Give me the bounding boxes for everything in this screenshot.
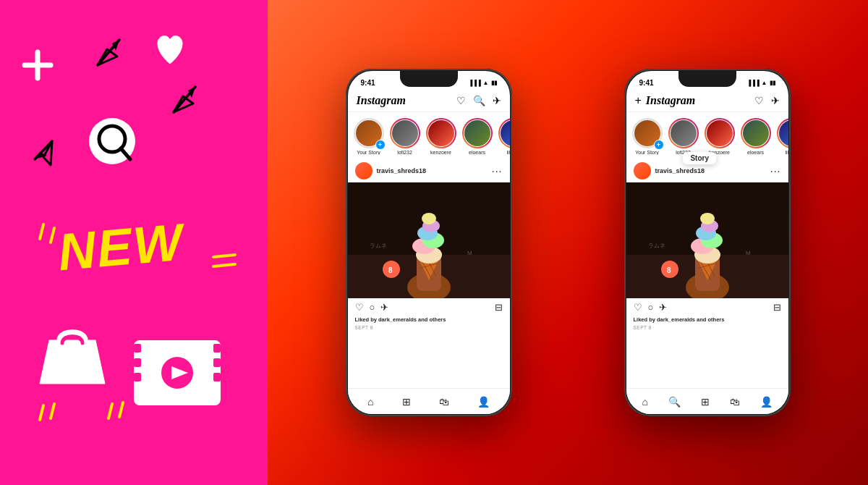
profile-nav-1[interactable]: 👤: [477, 396, 490, 408]
status-time-1: 9:41: [361, 79, 375, 87]
post-liked-user-2: dark_emeralds: [657, 316, 695, 323]
post-more-2[interactable]: ···: [770, 165, 781, 177]
status-icons-2: ▐▐▐ ▲ ▮▮: [747, 80, 775, 86]
post-username-2: travis_shreds18: [655, 167, 705, 174]
story-label-lillap-2: lil_lap: [786, 150, 788, 155]
phone-2: 9:41 ▐▐▐ ▲ ▮▮ + Instagram ♡ ✈: [624, 69, 791, 416]
svg-rect-19: [134, 344, 141, 353]
svg-marker-3: [112, 40, 119, 51]
bottom-nav-2: ⌂ 🔍 ⊞ 🛍 👤: [626, 388, 788, 414]
post-liked-user-1: dark_emeralds: [378, 316, 417, 323]
story-lofi-2[interactable]: lofi232: [668, 118, 699, 155]
add-story-badge-1: +: [375, 140, 386, 150]
search-nav-icon-1[interactable]: 🔍: [473, 95, 485, 106]
story-lillap-1[interactable]: lil_lap: [498, 118, 510, 155]
story-kenzo-2[interactable]: kenzoere: [705, 118, 735, 155]
svg-line-28: [51, 404, 54, 418]
share-icon-1[interactable]: ✈: [380, 302, 388, 313]
svg-line-29: [109, 404, 112, 418]
post-user-2: travis_shreds18: [634, 162, 705, 180]
story-avatar-lofi-2: [671, 120, 697, 146]
story-avatar-eloears-2: [743, 120, 769, 146]
post-image-2: ラムネ M 8: [626, 182, 788, 298]
heart-nav-icon-2[interactable]: ♡: [754, 95, 764, 106]
home-nav-1[interactable]: ⌂: [367, 396, 373, 408]
story-avatar-lofi-1: [392, 120, 418, 146]
wifi-icon-2: ▲: [762, 80, 767, 86]
svg-text:M: M: [467, 250, 472, 256]
home-nav-2[interactable]: ⌂: [642, 396, 647, 408]
share-icon-2[interactable]: ✈: [659, 302, 667, 313]
svg-line-14: [40, 224, 43, 239]
story-your-2[interactable]: + Your Story: [632, 118, 663, 155]
post-user-1: travis_shreds18: [355, 162, 427, 180]
notch-2: [678, 71, 736, 87]
heart-nav-icon-1[interactable]: ♡: [456, 95, 466, 106]
shop-nav-2[interactable]: 🛍: [730, 396, 740, 408]
story-avatar-eloears-1: [464, 120, 490, 146]
post-liked-1: Liked by dark_emeralds and others: [348, 315, 510, 324]
post-liked-text-2: Liked by: [634, 316, 655, 323]
post-date-1: SEPT 8: [348, 324, 510, 334]
dm-nav-icon-1[interactable]: ✈: [493, 95, 501, 106]
svg-marker-4: [98, 49, 117, 65]
comment-icon-2[interactable]: ○: [648, 302, 654, 313]
post-image-svg-1: ラムネ M 8: [348, 182, 510, 298]
story-label-eloears-1: eloears: [469, 150, 485, 155]
shop-nav-1[interactable]: 🛍: [439, 396, 449, 408]
story-your-1[interactable]: + Your Story: [354, 118, 384, 155]
comment-icon-1[interactable]: ○: [370, 302, 375, 313]
phone-1: 9:41 ▐▐▐ ▲ ▮▮ Instagram ♡ 🔍 ✈: [346, 69, 512, 416]
save-icon-1[interactable]: ⊟: [495, 302, 503, 313]
svg-text:ラムネ: ラムネ: [648, 242, 665, 249]
story-label-eloears-2: eloears: [747, 150, 764, 155]
nav-icons-1: ♡ 🔍 ✈: [456, 95, 501, 106]
story-eloears-1[interactable]: eloears: [462, 118, 493, 155]
post-more-1[interactable]: ···: [492, 165, 503, 177]
save-icon-2[interactable]: ⊟: [773, 302, 781, 313]
nav-bar-2: + Instagram ♡ ✈: [626, 91, 788, 112]
status-time-2: 9:41: [639, 79, 654, 87]
search-nav-2[interactable]: 🔍: [668, 396, 681, 408]
new-label: NEW: [56, 212, 186, 282]
story-lillap-2[interactable]: lil_lap: [777, 118, 788, 155]
story-label-lillap-1: lil_lap: [507, 150, 510, 155]
svg-line-27: [40, 405, 43, 420]
svg-point-62: [700, 213, 715, 224]
svg-rect-23: [134, 373, 141, 381]
story-lofi-1[interactable]: lofi232: [390, 118, 420, 155]
nav-bar-1: Instagram ♡ 🔍 ✈: [348, 91, 510, 112]
story-avatar-kenzo-1: [428, 120, 454, 146]
like-icon-2[interactable]: ♡: [634, 302, 642, 313]
battery-icon-2: ▮▮: [770, 80, 775, 86]
svg-rect-20: [213, 344, 221, 353]
svg-line-30: [119, 402, 123, 417]
stories-row-1: + Your Story lofi232 kenzoere: [348, 112, 510, 159]
svg-line-17: [213, 264, 235, 266]
svg-rect-21: [134, 358, 141, 367]
profile-nav-2[interactable]: 👤: [760, 396, 773, 408]
svg-rect-22: [213, 358, 221, 367]
post-actions-1: ♡ ○ ✈ ⊟: [348, 298, 510, 315]
like-icon-1[interactable]: ♡: [355, 302, 364, 313]
svg-point-44: [422, 213, 436, 224]
reels-nav-1[interactable]: ⊞: [402, 396, 411, 408]
svg-text:8: 8: [667, 266, 671, 274]
story-label-your-1: Your Story: [357, 150, 380, 155]
bottom-nav-1: ⌂ ⊞ 🛍 👤: [348, 388, 510, 414]
post-actions-2: ♡ ○ ✈ ⊟: [626, 298, 788, 315]
dm-nav-icon-2[interactable]: ✈: [771, 95, 780, 106]
post-image-svg-2: ラムネ M 8: [626, 182, 788, 298]
story-kenzo-1[interactable]: kenzoere: [426, 118, 456, 155]
plus-nav-icon-2[interactable]: +: [635, 94, 642, 107]
story-eloears-2[interactable]: eloears: [741, 118, 771, 155]
reels-nav-2[interactable]: ⊞: [701, 396, 710, 408]
story-label-kenzo-1: kenzoere: [430, 150, 451, 155]
post-avatar-1: [355, 162, 373, 180]
svg-line-16: [213, 255, 235, 257]
story-avatar-lillap-2: [779, 120, 788, 146]
svg-text:M: M: [746, 250, 751, 256]
signal-icon-2: ▐▐▐: [747, 80, 760, 86]
post-image-1: ラムネ M 8: [348, 182, 510, 298]
nav-icons-2: ♡ ✈: [754, 95, 780, 106]
